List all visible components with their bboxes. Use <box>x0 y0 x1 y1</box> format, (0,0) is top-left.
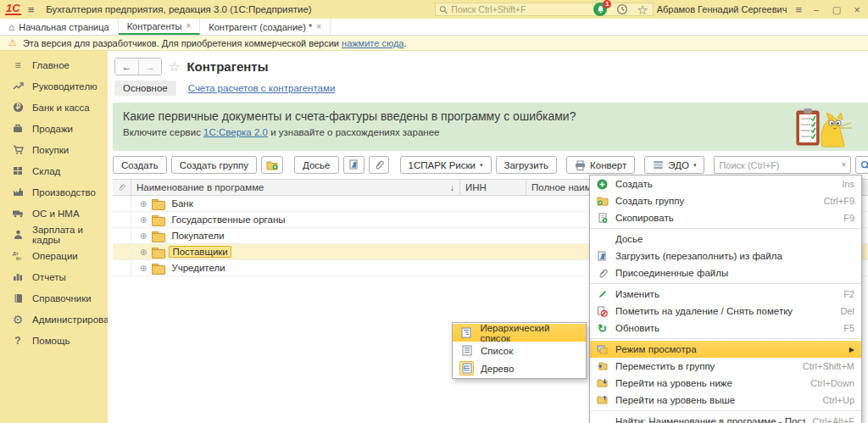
1c-logo-icon: 1С <box>5 3 21 15</box>
tab-label: Контрагенты <box>127 21 182 31</box>
clear-search-icon[interactable]: × <box>842 160 847 170</box>
menu-item-create[interactable]: Создать Ins <box>590 175 861 192</box>
sidebar-item-sklad[interactable]: Склад <box>0 160 108 181</box>
user-name[interactable]: Абрамов Геннадий Сергеевич <box>657 4 787 14</box>
menu-item-create-group[interactable]: Создать группу Ctrl+F9 <box>590 192 861 209</box>
create-button[interactable]: Создать <box>113 156 167 174</box>
expand-icon[interactable]: ⊕ <box>140 264 147 273</box>
menu-lines-icon: ≡ <box>11 59 25 71</box>
menu-shortcut: Ctrl+Alt+F <box>812 416 854 423</box>
cart-icon <box>11 145 25 155</box>
sidebar-item-glavnoe[interactable]: ≡ Главное <box>0 54 108 75</box>
envelope-button[interactable]: Конверт <box>566 156 635 174</box>
service-menu-icon[interactable]: ≡ <box>795 4 802 15</box>
sidebar-item-proizvodstvo[interactable]: Производство <box>0 181 108 203</box>
dossier-button[interactable]: Досье <box>294 156 338 174</box>
page-title: Контрагенты <box>186 59 268 74</box>
sidebar-item-pomosch[interactable]: ? Помощь <box>0 330 108 351</box>
sidebar-item-administrirovanie[interactable]: ⚙ Администрирование <box>0 309 108 330</box>
menu-item-move-to-group[interactable]: Переместить в группу Ctrl+Shift+M <box>590 358 861 375</box>
menu-item-level-up[interactable]: Перейти на уровень выше Ctrl+Up <box>590 392 861 409</box>
menu-item-copy[interactable]: Скопировать F9 <box>590 209 861 226</box>
favorites-star-icon[interactable]: ☆ <box>637 3 648 16</box>
menu-item-label: Перейти на уровень выше <box>615 395 815 405</box>
load-from-file-button[interactable] <box>343 156 364 174</box>
menu-item-mark-deletion[interactable]: Пометить на удаление / Снять пометку Del <box>590 303 861 320</box>
sidebar-item-rukovoditelyu[interactable]: Руководителю <box>0 75 108 97</box>
history-nav-buttons: ← → <box>114 58 162 75</box>
expand-icon[interactable]: ⊕ <box>140 248 147 257</box>
nav-link-accounts[interactable]: Счета расчетов с контрагентами <box>188 83 336 93</box>
sidebar-item-zarplata-kadry[interactable]: Зарплата и кадры <box>0 224 108 245</box>
button-label: Создать группу <box>180 160 248 170</box>
tab-home[interactable]: ⌂ Начальная страница <box>0 19 119 35</box>
sidebar-item-bank-kassa[interactable]: ₽ Банк и касса <box>0 97 108 118</box>
dropdown-caret-icon: ▾ <box>480 162 483 169</box>
expand-icon[interactable]: ⊕ <box>140 231 147 241</box>
menu-item-view-mode[interactable]: Режим просмотра ▶ <box>590 341 861 358</box>
warning-text-main: Эта версия для разработчиков. Для приобр… <box>23 38 339 48</box>
sverka-link[interactable]: 1С:Сверка 2.0 <box>203 127 268 137</box>
menu-item-find[interactable]: Найти: Наименование в программе - Постав… <box>590 413 861 423</box>
tab-kontragent-new[interactable]: Контрагент (создание) * × <box>200 19 331 35</box>
purchase-link[interactable]: нажмите сюда <box>342 38 403 48</box>
attachments-column-header[interactable] <box>113 180 131 195</box>
debit-credit-icon: ДтКт <box>11 250 25 261</box>
favorite-star-icon[interactable]: ☆ <box>169 59 180 75</box>
tab-kontragenty[interactable]: Контрагенты × <box>119 19 201 35</box>
main-menu-icon[interactable]: ≡ <box>28 3 35 16</box>
view-mode-submenu: Иерархический список Список Дерево <box>452 322 587 379</box>
folder-icon <box>152 264 164 273</box>
open-windows-tab-bar: ⌂ Начальная страница Контрагенты × Контр… <box>0 19 868 36</box>
nav-tab-osnovnoe[interactable]: Основное <box>114 81 176 96</box>
search-settings-button[interactable]: ▾ <box>855 156 868 174</box>
menu-item-attached-files[interactable]: Присоединенные файлы <box>590 264 861 281</box>
forward-button[interactable]: → <box>138 58 161 75</box>
edo-button[interactable]: ЭДО▾ <box>644 156 704 174</box>
list-search-box[interactable]: × <box>714 156 851 174</box>
more-actions-menu: Создать Ins Создать группу Ctrl+F9 Скопи… <box>589 175 862 423</box>
attachment-cell <box>113 228 131 243</box>
inn-column-header[interactable]: ИНН <box>460 180 526 195</box>
sidebar-item-spravochniki[interactable]: Справочники <box>0 287 108 309</box>
notifications-button[interactable]: 1 <box>593 3 608 17</box>
menu-item-load-from-file[interactable]: Загрузить (перезаполнить) из файла <box>590 248 861 264</box>
folder-icon <box>152 199 164 209</box>
back-button[interactable]: ← <box>115 58 138 75</box>
attachment-cell <box>113 244 131 259</box>
file-import-icon <box>596 251 609 262</box>
create-group-icon-button[interactable] <box>261 156 283 174</box>
load-button[interactable]: Загрузить <box>496 156 558 174</box>
sidebar-item-pokupki[interactable]: Покупки <box>0 139 108 160</box>
minimize-button[interactable]: – <box>810 4 822 14</box>
create-group-button[interactable]: Создать группу <box>171 156 257 174</box>
list-search-input[interactable] <box>719 160 837 170</box>
maximize-button[interactable]: ▢ <box>831 4 843 15</box>
view-mode-icon <box>596 345 609 354</box>
sidebar-item-prodazhi[interactable]: Продажи <box>0 118 108 139</box>
menu-item-edit[interactable]: Изменить F2 <box>590 286 861 303</box>
sidebar-item-os-nma[interactable]: ОС и НМА <box>0 203 108 224</box>
close-tab-icon[interactable]: × <box>186 21 191 31</box>
menu-item-dossier[interactable]: Досье <box>590 231 861 248</box>
submenu-item-hierarchical[interactable]: Иерархический список <box>453 324 586 342</box>
history-icon[interactable] <box>616 3 628 15</box>
menu-shortcut: F2 <box>843 289 854 299</box>
close-window-button[interactable]: × <box>851 3 863 16</box>
expand-icon[interactable]: ⊕ <box>140 199 147 209</box>
menu-item-refresh[interactable]: ↻ Обновить F5 <box>590 320 861 337</box>
name-column-header[interactable]: Наименование в программе ↓ <box>131 180 460 195</box>
attached-files-button[interactable] <box>369 156 389 174</box>
expand-icon[interactable]: ⊕ <box>140 215 147 225</box>
sidebar-item-otchety[interactable]: Отчеты <box>0 266 108 287</box>
warning-text: Эта версия для разработчиков. Для приобр… <box>23 38 407 48</box>
sidebar-item-operacii[interactable]: ДтКт Операции <box>0 245 108 266</box>
spark-risks-button[interactable]: 1СПАРК Риски▾ <box>400 156 492 174</box>
menu-shortcut: Ctrl+Up <box>822 395 854 405</box>
menu-shortcut: Ctrl+Down <box>810 378 854 388</box>
submenu-item-tree[interactable]: Дерево <box>453 359 586 377</box>
menu-item-level-down[interactable]: Перейти на уровень ниже Ctrl+Down <box>590 375 861 392</box>
submenu-item-list[interactable]: Список <box>453 342 586 359</box>
sidebar-label: Отчеты <box>32 272 66 282</box>
close-tab-icon[interactable]: × <box>316 22 321 31</box>
